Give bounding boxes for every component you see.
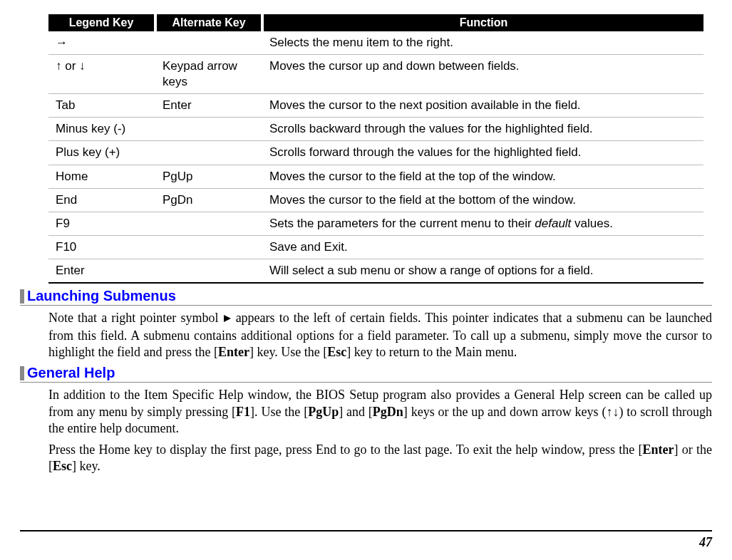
cell-function: Scrolls backward through the values for … xyxy=(262,118,703,141)
text-fragment: Press the Home key to display the first … xyxy=(48,442,643,457)
table-row: EnterWill select a sub menu or show a ra… xyxy=(48,259,703,283)
table-row: EndPgDnMoves the cursor to the field at … xyxy=(48,188,703,212)
legend-key-table: Legend Key Alternate Key Function →Selec… xyxy=(48,14,703,284)
table-row: TabEnterMoves the cursor to the next pos… xyxy=(48,94,703,118)
cell-alternate xyxy=(155,212,262,235)
table-row: HomePgUpMoves the cursor to the field at… xyxy=(48,165,703,188)
text-bold: Esc xyxy=(53,459,72,473)
text-fragment: ]. Use the [ xyxy=(250,405,308,419)
cell-alternate xyxy=(155,118,262,141)
help-paragraph-2: Press the Home key to display the first … xyxy=(48,442,712,475)
cell-legend: ↑ or ↓ xyxy=(48,55,155,94)
heading-bar-icon xyxy=(20,366,24,380)
heading-bar-icon xyxy=(20,289,24,304)
svg-marker-0 xyxy=(224,315,231,322)
text-bold: Enter xyxy=(643,442,674,457)
cell-function: Moves the cursor to the field at the bot… xyxy=(262,188,703,212)
cell-alternate xyxy=(155,141,262,165)
text-bold: PgUp xyxy=(308,405,339,419)
cell-alternate: Keypad arrow keys xyxy=(155,55,262,94)
cell-legend: Plus key (+) xyxy=(48,141,155,165)
right-pointer-icon xyxy=(223,311,232,327)
cell-legend: Tab xyxy=(48,94,155,118)
cell-function: Save and Exit. xyxy=(262,235,703,259)
header-legend: Legend Key xyxy=(48,14,155,31)
cell-legend: Home xyxy=(48,165,155,188)
table-row: →Selects the menu item to the right. xyxy=(48,31,703,55)
cell-alternate: PgUp xyxy=(155,165,262,188)
text-fragment: ] key. Use the [ xyxy=(249,345,327,359)
table-row: F10Save and Exit. xyxy=(48,235,703,259)
cell-function: Moves the cursor up and down between fie… xyxy=(262,55,703,94)
text-fragment: ] and [ xyxy=(339,405,373,419)
cell-alternate xyxy=(155,31,262,55)
text-fragment: Note that a right pointer symbol xyxy=(48,311,223,325)
section-heading-submenus: Launching Submenus xyxy=(20,288,712,306)
table-header-row: Legend Key Alternate Key Function xyxy=(48,14,703,31)
header-alternate: Alternate Key xyxy=(155,14,262,31)
cell-legend: → xyxy=(48,31,155,55)
cell-alternate: Enter xyxy=(155,94,262,118)
table-row: Minus key (-)Scrolls backward through th… xyxy=(48,118,703,141)
text-bold: PgDn xyxy=(373,405,403,419)
text-bold: Enter xyxy=(218,345,249,359)
table-row: F9Sets the parameters for the current me… xyxy=(48,212,703,235)
heading-title-submenus: Launching Submenus xyxy=(27,288,176,305)
cell-function: Moves the cursor to the next position av… xyxy=(262,94,703,118)
footer-rule xyxy=(20,530,712,532)
cell-legend: F9 xyxy=(48,212,155,235)
table-row: Plus key (+)Scrolls forward through the … xyxy=(48,141,703,165)
cell-legend: F10 xyxy=(48,235,155,259)
text-fragment: ] key. xyxy=(72,459,100,473)
header-function: Function xyxy=(262,14,703,31)
cell-legend: End xyxy=(48,188,155,212)
cell-function: Moves the cursor to the field at the top… xyxy=(262,165,703,188)
cell-alternate: PgDn xyxy=(155,188,262,212)
cell-legend: Enter xyxy=(48,259,155,283)
text-bold: Esc xyxy=(327,345,346,359)
section-heading-help: General Help xyxy=(20,365,712,383)
heading-title-help: General Help xyxy=(27,365,115,382)
cell-function: Selects the menu item to the right. xyxy=(262,31,703,55)
text-bold: F1 xyxy=(236,405,250,419)
cell-legend: Minus key (-) xyxy=(48,118,155,141)
cell-function: Sets the parameters for the current menu… xyxy=(262,212,703,235)
help-paragraph-1: In addition to the Item Specific Help wi… xyxy=(48,387,712,437)
cell-function: Scrolls forward through the values for t… xyxy=(262,141,703,165)
cell-alternate xyxy=(155,235,262,259)
cell-function: Will select a sub menu or show a range o… xyxy=(262,259,703,283)
cell-alternate xyxy=(155,259,262,283)
table-row: ↑ or ↓Keypad arrow keysMoves the cursor … xyxy=(48,55,703,94)
text-fragment: ] key to return to the Main menu. xyxy=(346,345,517,359)
submenus-paragraph: Note that a right pointer symbol appears… xyxy=(48,310,712,361)
page-number: 47 xyxy=(699,535,712,550)
